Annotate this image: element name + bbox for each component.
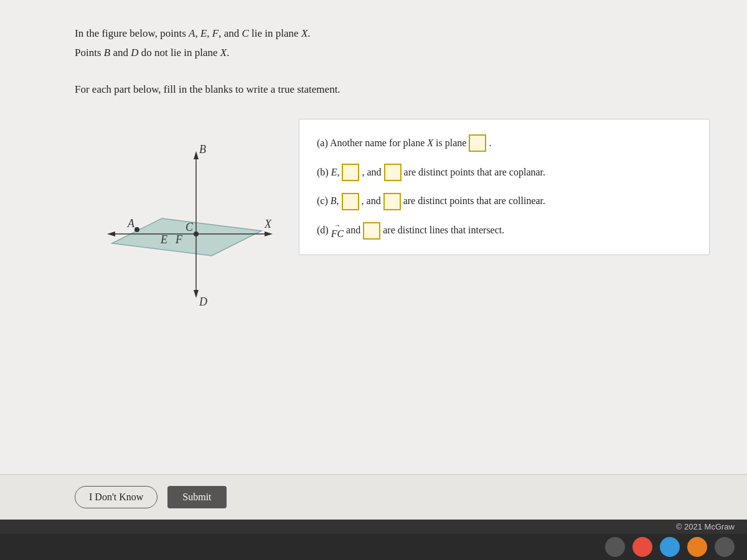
bottom-bar: I Don't Know Submit [0, 474, 747, 520]
question-c-and: , and [362, 192, 381, 210]
question-a-blank[interactable] [469, 134, 486, 152]
question-c: (c) B, , and are distinct points that ar… [317, 192, 692, 210]
taskbar-icon-3[interactable] [660, 537, 680, 557]
question-c-blank1[interactable] [342, 193, 359, 210]
svg-text:B: B [199, 143, 206, 156]
ray-base-text: FC [331, 229, 344, 239]
svg-text:C: C [186, 221, 194, 233]
fc-ray-label: → FC [331, 222, 344, 239]
question-c-blank2[interactable] [383, 193, 401, 210]
taskbar-icon-2[interactable] [632, 537, 652, 557]
question-d: (d) → FC and are distinct lines that int… [317, 222, 692, 240]
taskbar-icon-1[interactable] [605, 537, 625, 557]
questions-box: (a) Another name for plane X is plane . … [299, 119, 710, 255]
dont-know-button[interactable]: I Don't Know [75, 486, 157, 508]
question-b-prefix: (b) E, [317, 164, 339, 182]
question-b: (b) E, , and are distinct points that ar… [317, 164, 692, 182]
svg-text:D: D [199, 296, 207, 308]
svg-marker-6 [265, 231, 273, 236]
problem-line3: For each part below, fill in the blanks … [75, 81, 710, 98]
svg-text:X: X [264, 218, 272, 230]
taskbar-icon-5[interactable] [715, 537, 735, 557]
taskbar [0, 534, 747, 560]
question-b-and: and [367, 164, 381, 182]
question-a: (a) Another name for plane X is plane . [317, 134, 692, 152]
svg-text:E: E [160, 233, 167, 246]
svg-text:F: F [175, 233, 183, 246]
geometry-figure: B D X A C E F [75, 119, 274, 318]
question-d-and: and [346, 222, 360, 240]
problem-text: In the figure below, points A, E, F, and… [75, 25, 710, 100]
svg-marker-5 [107, 231, 115, 236]
question-a-prefix: (a) Another name for plane X is plane [317, 134, 466, 152]
taskbar-icon-4[interactable] [687, 537, 707, 557]
question-c-suffix: are distinct points that are collinear. [403, 192, 545, 210]
problem-line1: In the figure below, points A, E, F, and… [75, 25, 710, 42]
question-b-blank2[interactable] [384, 164, 402, 181]
question-b-blank1[interactable] [342, 164, 359, 181]
question-b-comma: , [362, 164, 364, 182]
question-a-period: . [489, 134, 491, 152]
svg-point-10 [134, 227, 139, 232]
submit-button[interactable]: Submit [167, 486, 226, 508]
copyright-text: © 2021 McGraw [676, 522, 735, 531]
problem-line2: Points B and D do not lie in plane X. [75, 44, 710, 61]
question-d-suffix: are distinct lines that intersect. [383, 222, 504, 240]
svg-text:A: A [127, 217, 135, 230]
svg-marker-2 [194, 151, 199, 159]
question-b-suffix: are distinct points that are coplanar. [404, 164, 545, 182]
question-d-blank[interactable] [363, 222, 380, 240]
svg-marker-3 [194, 290, 199, 298]
question-d-prefix: (d) [317, 222, 329, 240]
copyright-bar: © 2021 McGraw [0, 520, 747, 534]
question-c-prefix: (c) B, [317, 192, 339, 210]
svg-point-12 [194, 231, 199, 236]
